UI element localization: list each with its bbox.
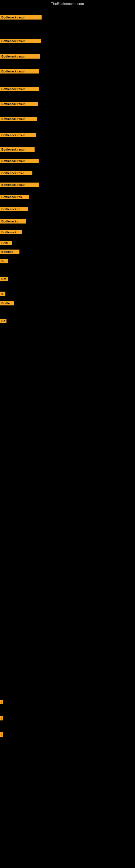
- bottleneck-badge: Bottle: [0, 301, 14, 305]
- bottleneck-badge: Bottleneck result: [0, 69, 39, 73]
- bottleneck-badge-container-2: Bottleneck result: [0, 39, 41, 44]
- bottleneck-badge: Bottleneck result: [0, 39, 41, 43]
- bottleneck-badge: Bottleneck result: [0, 183, 39, 187]
- bottleneck-badge-container-3: Bottleneck result: [0, 54, 40, 60]
- bottleneck-badge-container-1: Bottleneck result: [0, 15, 42, 21]
- bottleneck-badge: Bo: [0, 319, 6, 323]
- bottleneck-badge: Bottleneck resu: [0, 171, 32, 175]
- bottleneck-badge: Bottleneck result: [0, 54, 40, 59]
- bottleneck-badge-container-12: Bottleneck result: [0, 183, 39, 188]
- bottleneck-badge: Bottleneck: [0, 230, 22, 235]
- bottleneck-badge-container-5: Bottleneck result: [0, 87, 39, 92]
- bottleneck-badge-container-4: Bottleneck result: [0, 69, 39, 74]
- bottleneck-badge-container-23: Bo: [0, 319, 6, 324]
- bottleneck-badge: Bo: [0, 259, 8, 264]
- bottleneck-badge: Bottleneck result: [0, 147, 35, 152]
- bottleneck-badge-container-21: B: [0, 291, 5, 297]
- bottleneck-badge-container-17: Bottl: [0, 241, 12, 246]
- bottleneck-badge: Bottleneck result: [0, 117, 37, 121]
- bottleneck-badge: Bottleneck result: [0, 87, 39, 91]
- bottleneck-badge-container-15: Bottleneck r: [0, 219, 26, 225]
- bottleneck-badge-container-13: Bottleneck res: [0, 195, 29, 200]
- bottleneck-badge-container-19: Bo: [0, 259, 8, 265]
- bottleneck-badge: |: [0, 733, 3, 737]
- bottleneck-badge-container-11: Bottleneck resu: [0, 171, 32, 176]
- bottleneck-badge: Bottleneck r: [0, 219, 26, 223]
- site-title: TheBottlenecker.com: [0, 1, 135, 7]
- bottleneck-badge-container-22: Bottle: [0, 301, 14, 307]
- bottleneck-badge-container-16: Bottleneck: [0, 230, 22, 236]
- bottleneck-badge-container-6: Bottleneck result: [0, 102, 38, 107]
- bottleneck-badge-container-26: |: [0, 733, 3, 738]
- bottleneck-badge: Bot: [0, 277, 8, 281]
- bottleneck-badge: Bottleneck res: [0, 195, 29, 199]
- bottleneck-badge: Bottleneck re: [0, 207, 28, 211]
- bottleneck-badge-container-7: Bottleneck result: [0, 117, 37, 122]
- bottleneck-badge-container-10: Bottleneck result: [0, 159, 39, 164]
- bottleneck-badge: Bottleneck result: [0, 15, 42, 20]
- bottleneck-badge: Bottleneck result: [0, 159, 39, 163]
- bottleneck-badge-container-18: Bottlene: [0, 250, 19, 255]
- bottleneck-badge: |: [0, 716, 3, 720]
- bottleneck-badge: Bottl: [0, 241, 12, 245]
- bottleneck-badge-container-14: Bottleneck re: [0, 207, 28, 212]
- bottleneck-badge-container-9: Bottleneck result: [0, 147, 35, 153]
- bottleneck-badge-container-8: Bottleneck result: [0, 133, 36, 138]
- bottleneck-badge: B: [0, 291, 5, 296]
- bottleneck-badge-container-20: Bot: [0, 277, 8, 282]
- bottleneck-badge: Bottlene: [0, 250, 19, 254]
- bottleneck-badge: |: [0, 700, 3, 704]
- bottleneck-badge-container-25: |: [0, 716, 3, 721]
- bottleneck-badge: Bottleneck result: [0, 102, 38, 106]
- bottleneck-badge-container-24: |: [0, 700, 3, 705]
- bottleneck-badge: Bottleneck result: [0, 133, 36, 137]
